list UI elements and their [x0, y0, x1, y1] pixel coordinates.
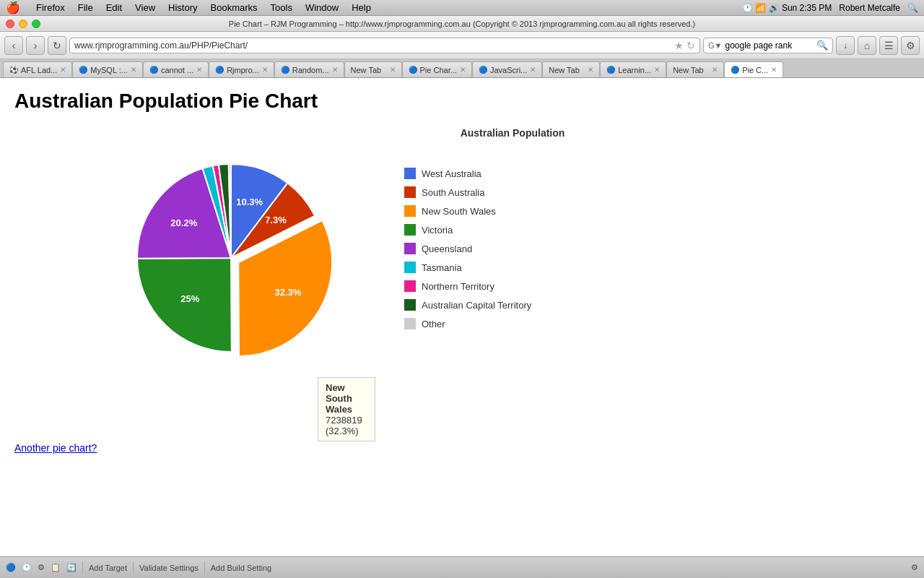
- tab-close-icon[interactable]: ✕: [530, 66, 536, 74]
- search-text: google page rank: [725, 40, 792, 51]
- legend-item-3: Victoria: [404, 224, 531, 236]
- tab-label: Pie C...: [742, 66, 768, 74]
- legend-item-7: Australian Capital Territory: [404, 299, 531, 311]
- validate-settings-label[interactable]: Validate Settings: [139, 564, 199, 572]
- tab-close-icon[interactable]: ✕: [196, 66, 202, 74]
- tab-close-icon[interactable]: ✕: [60, 66, 66, 74]
- tab-cannot[interactable]: 🔵 cannot ... ✕: [143, 61, 209, 77]
- tab-label: New Tab: [351, 66, 382, 74]
- menu-edit[interactable]: Edit: [106, 2, 122, 13]
- tab-label: cannot ...: [161, 66, 193, 74]
- tab-afl[interactable]: ⚽ AFL Lad... ✕: [3, 61, 72, 77]
- status-right-icon: ⚙: [911, 563, 918, 572]
- tab-close-icon[interactable]: ✕: [262, 66, 268, 74]
- status-item-5: 🔄: [66, 563, 77, 572]
- tab-newtab3[interactable]: New Tab ✕: [666, 61, 724, 77]
- close-button[interactable]: [6, 20, 14, 28]
- legend-label-8: Other: [422, 319, 445, 329]
- tab-close-icon[interactable]: ✕: [390, 66, 396, 74]
- page-title: Australian Population Pie Chart: [14, 90, 910, 113]
- tab-newtab2[interactable]: New Tab ✕: [542, 61, 600, 77]
- menu-file[interactable]: File: [78, 2, 93, 13]
- search-bar[interactable]: G▼ google page rank 🔍: [703, 38, 833, 53]
- legend-label-4: Queensland: [422, 243, 472, 254]
- reload-button[interactable]: ↻: [48, 36, 66, 55]
- legend-color-8: [404, 318, 416, 329]
- legend-label-0: West Australia: [422, 168, 481, 179]
- menu-bookmarks[interactable]: Bookmarks: [211, 2, 258, 13]
- menu-tools[interactable]: Tools: [271, 2, 292, 13]
- tab-close-icon[interactable]: ✕: [332, 66, 338, 74]
- status-item-2: 🕐: [22, 563, 32, 572]
- tab-label: Random...: [292, 66, 329, 74]
- add-target-label[interactable]: Add Target: [89, 564, 127, 572]
- status-bar: 🔵 🕐 ⚙ 📋 🔄 Add Target Validate Settings A…: [0, 556, 924, 578]
- status-divider-1: [82, 561, 83, 574]
- status-item-1: 🔵: [6, 563, 16, 572]
- tabs-bar: ⚽ AFL Lad... ✕ 🔵 MySQL :... ✕ 🔵 cannot .…: [0, 59, 924, 78]
- menu-window[interactable]: Window: [305, 2, 339, 13]
- menu-help[interactable]: Help: [352, 2, 371, 13]
- tab-mysql[interactable]: 🔵 MySQL :... ✕: [72, 61, 143, 77]
- tab-newtab1[interactable]: New Tab ✕: [344, 61, 402, 77]
- tab-favicon: 🔵: [606, 66, 615, 74]
- legend-label-6: Northern Territory: [422, 281, 494, 292]
- menu-history[interactable]: History: [168, 2, 197, 13]
- tab-favicon: 🔵: [731, 66, 739, 74]
- add-build-setting-label[interactable]: Add Build Setting: [211, 564, 271, 572]
- tab-close-icon[interactable]: ✕: [460, 66, 466, 74]
- toolbar: ‹ › ↻ www.rjmprogramming.com.au/PHP/PieC…: [0, 32, 924, 59]
- legend-color-4: [404, 243, 416, 254]
- download-button[interactable]: ↓: [836, 36, 855, 55]
- legend-label-2: New South Wales: [422, 206, 496, 217]
- tab-learning[interactable]: 🔵 Learnin... ✕: [600, 61, 666, 77]
- forward-button[interactable]: ›: [26, 36, 45, 55]
- tab-favicon: 🔵: [281, 66, 289, 74]
- back-button[interactable]: ‹: [4, 36, 23, 55]
- legend-label-5: Tasmania: [422, 262, 462, 273]
- tooltip-title: New South Wales: [326, 382, 367, 415]
- legend-color-5: [404, 262, 416, 273]
- tab-label: Pie Char...: [420, 66, 457, 74]
- tab-label: AFL Lad...: [21, 66, 57, 74]
- tab-label: New Tab: [673, 66, 704, 74]
- legend-label-3: Victoria: [422, 225, 453, 236]
- sidebar-button[interactable]: ☰: [879, 36, 898, 55]
- legend-label-7: Australian Capital Territory: [422, 300, 531, 311]
- tab-label: Learnin...: [618, 66, 651, 74]
- tab-close-icon[interactable]: ✕: [712, 66, 718, 74]
- home-button[interactable]: ⌂: [858, 36, 876, 55]
- tab-piechart-active[interactable]: 🔵 Pie C... ✕: [724, 61, 783, 77]
- search-icon: G▼: [708, 41, 722, 50]
- tab-close-icon[interactable]: ✕: [654, 66, 660, 74]
- tab-random[interactable]: 🔵 Random... ✕: [274, 61, 344, 77]
- apple-menu[interactable]: 🍎: [6, 1, 20, 14]
- status-item-4: 📋: [51, 563, 61, 572]
- maximize-button[interactable]: [32, 20, 40, 28]
- minimize-button[interactable]: [19, 20, 27, 28]
- menubar-right-info: 🕐 📶 🔊 Sun 2:35 PM Robert Metcalfe 🔍: [742, 3, 918, 13]
- another-chart-link[interactable]: Another pie chart?: [14, 442, 97, 454]
- tab-rjmpro[interactable]: 🔵 Rjmpro... ✕: [209, 61, 274, 77]
- tab-close-icon[interactable]: ✕: [771, 66, 777, 74]
- legend-label-1: South Australia: [422, 187, 484, 198]
- pie-chart-canvas: [116, 146, 346, 377]
- url-bar[interactable]: www.rjmprogramming.com.au/PHP/PieChart/ …: [69, 38, 700, 53]
- tab-close-icon[interactable]: ✕: [588, 66, 593, 74]
- menu-button[interactable]: ⚙: [901, 36, 920, 55]
- browser-content: Australian Population Pie Chart Australi…: [0, 78, 924, 556]
- tab-favicon: 🔵: [79, 66, 87, 74]
- bottom-link[interactable]: Another pie chart?: [14, 442, 910, 454]
- legend-color-3: [404, 224, 416, 236]
- menu-firefox[interactable]: Firefox: [36, 2, 65, 13]
- menu-view[interactable]: View: [135, 2, 155, 13]
- tab-javascript[interactable]: 🔵 JavaScri... ✕: [472, 61, 542, 77]
- window-buttons[interactable]: [6, 20, 40, 28]
- tab-piechart1[interactable]: 🔵 Pie Char... ✕: [402, 61, 472, 77]
- tab-close-icon[interactable]: ✕: [131, 66, 136, 74]
- legend-item-6: Northern Territory: [404, 280, 531, 292]
- chart-title: Australian Population: [116, 127, 910, 139]
- legend-item-0: West Australia: [404, 168, 531, 179]
- url-text: www.rjmprogramming.com.au/PHP/PieChart/: [74, 40, 248, 51]
- chart-container: New South Wales 7238819 (32.3%) West Aus…: [116, 146, 910, 420]
